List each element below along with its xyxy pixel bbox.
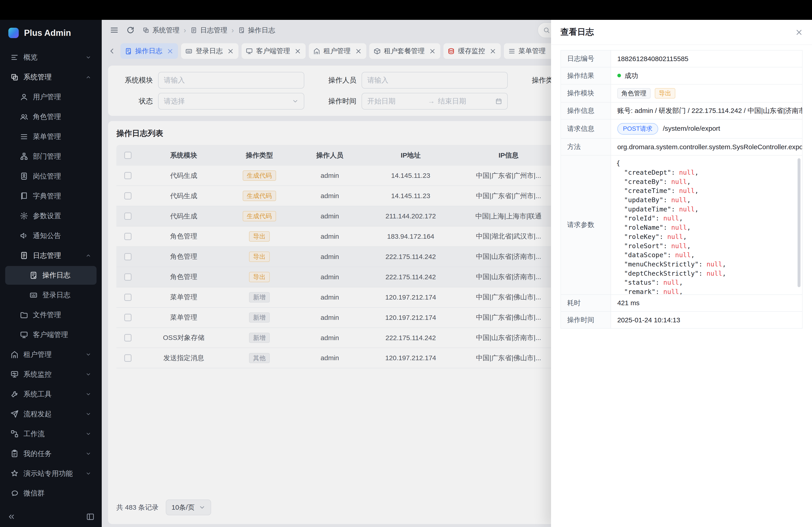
detail-tag: 角色管理 <box>617 88 651 99</box>
close-icon <box>795 28 803 36</box>
detail-tag: 导出 <box>655 88 676 99</box>
detail-label: 方法 <box>561 138 611 155</box>
status-text: 成功 <box>625 72 638 79</box>
detail-row: 请求参数{ "createDept": null, "createBy": nu… <box>561 155 802 295</box>
code-line: "updateTime": null, <box>616 205 795 214</box>
json-null-value: null <box>671 224 687 231</box>
status-dot <box>617 74 621 77</box>
detail-row: 操作时间2025-01-24 10:14:13 <box>561 312 802 328</box>
code-line: "roleName": null, <box>616 223 795 232</box>
json-key: "updateBy": <box>616 196 671 204</box>
json-key: "status": <box>616 278 663 286</box>
request-params-code[interactable]: { "createDept": null, "createBy": null, … <box>611 155 802 294</box>
json-null-value: null <box>663 278 679 286</box>
json-comma: , <box>722 270 726 277</box>
detail-row: 操作信息账号: admin / 研发部门 / 222.175.114.242 /… <box>561 102 802 119</box>
detail-row: 操作结果成功 <box>561 67 802 84</box>
json-key: "createDept": <box>616 169 679 176</box>
json-null-value: null <box>663 288 679 294</box>
json-comma: , <box>695 205 698 213</box>
detail-row: 耗时421 ms <box>561 295 802 312</box>
code-line: "remark": null, <box>616 287 795 294</box>
code-line: "roleSort": null, <box>616 241 795 251</box>
json-key: "remark": <box>616 288 663 294</box>
drawer-title: 查看日志 <box>561 26 594 37</box>
json-comma: , <box>687 178 691 185</box>
request-method-tag: POST请求 <box>617 123 658 134</box>
json-comma: , <box>683 233 687 241</box>
detail-row: 方法org.dromara.system.controller.system.S… <box>561 138 802 155</box>
json-key: "roleKey": <box>616 233 667 241</box>
drawer-header: 查看日志 <box>551 20 812 45</box>
drawer-body: 日志编号1882612840802115585操作结果成功操作模块角色管理导出操… <box>551 45 812 527</box>
json-null-value: null <box>667 233 683 241</box>
code-line: "menuCheckStrictly": null, <box>616 260 795 269</box>
json-comma: , <box>691 251 695 259</box>
json-key: "roleId": <box>616 214 663 222</box>
json-comma: , <box>679 278 683 286</box>
json-key: "updateTime": <box>616 205 679 213</box>
detail-value: POST请求/system/role/export <box>611 119 802 138</box>
json-comma: , <box>687 242 691 250</box>
json-null-value: null <box>679 187 695 195</box>
json-null-value: null <box>707 270 722 277</box>
json-key: "roleName": <box>616 224 671 231</box>
code-scrollbar-thumb[interactable] <box>798 158 801 287</box>
detail-label: 日志编号 <box>561 50 611 67</box>
json-null-value: null <box>679 205 695 213</box>
code-line: "createDept": null, <box>616 168 795 177</box>
json-key: "createBy": <box>616 178 671 185</box>
detail-row: 日志编号1882612840802115585 <box>561 50 802 67</box>
detail-label: 请求信息 <box>561 119 611 138</box>
json-null-value: null <box>707 260 722 268</box>
detail-label: 请求参数 <box>561 155 611 295</box>
json-null-value: null <box>675 251 691 259</box>
json-comma: , <box>722 260 726 268</box>
code-line: { <box>616 159 795 168</box>
code-line: "roleKey": null, <box>616 232 795 241</box>
drawer-close-button[interactable] <box>795 28 803 36</box>
detail-value: 1882612840802115585 <box>611 50 802 67</box>
log-detail-table: 日志编号1882612840802115585操作结果成功操作模块角色管理导出操… <box>561 50 803 329</box>
json-key: "createTime": <box>616 187 679 195</box>
detail-row: 请求信息POST请求/system/role/export <box>561 119 802 138</box>
detail-label: 操作信息 <box>561 102 611 119</box>
json-key: "dataScope": <box>616 251 675 259</box>
json-null-value: null <box>679 169 695 176</box>
detail-value: 2025-01-24 10:14:13 <box>611 312 802 328</box>
screen: Plus Admin 概览系统管理用户管理角色管理菜单管理部门管理岗位管理字典管… <box>0 0 812 527</box>
detail-value: 421 ms <box>611 295 802 312</box>
detail-value: 账号: admin / 研发部门 / 222.175.114.242 / 中国|… <box>611 102 802 119</box>
code-line: "status": null, <box>616 278 795 287</box>
code-line: "updateBy": null, <box>616 195 795 205</box>
detail-row: 操作模块角色管理导出 <box>561 84 802 102</box>
detail-value: 成功 <box>611 67 802 84</box>
json-key: "deptCheckStrictly": <box>616 270 707 277</box>
json-key: "roleSort": <box>616 242 671 250</box>
detail-label: 操作时间 <box>561 312 611 328</box>
json-null-value: null <box>671 196 687 204</box>
detail-label: 操作模块 <box>561 84 611 102</box>
json-comma: , <box>679 214 683 222</box>
json-comma: , <box>679 288 683 294</box>
json-null-value: null <box>671 242 687 250</box>
code-line: "createTime": null, <box>616 186 795 195</box>
detail-label: 操作结果 <box>561 67 611 84</box>
detail-value: 角色管理导出 <box>611 84 802 102</box>
json-comma: , <box>687 224 691 231</box>
json-comma: , <box>695 169 698 176</box>
json-null-value: null <box>663 214 679 222</box>
json-null-value: null <box>671 178 687 185</box>
json-comma: , <box>695 187 698 195</box>
view-log-drawer: 查看日志 日志编号1882612840802115585操作结果成功操作模块角色… <box>551 20 812 527</box>
detail-value: org.dromara.system.controller.system.Sys… <box>611 138 802 155</box>
detail-value: { "createDept": null, "createBy": null, … <box>611 155 802 295</box>
request-path: /system/role/export <box>663 125 720 132</box>
json-comma: , <box>687 196 691 204</box>
code-line: "roleId": null, <box>616 214 795 223</box>
top-black-strip <box>0 0 812 20</box>
json-key: "menuCheckStrictly": <box>616 260 707 268</box>
code-line: "dataScope": null, <box>616 251 795 260</box>
code-line: "deptCheckStrictly": null, <box>616 269 795 278</box>
detail-label: 耗时 <box>561 295 611 312</box>
